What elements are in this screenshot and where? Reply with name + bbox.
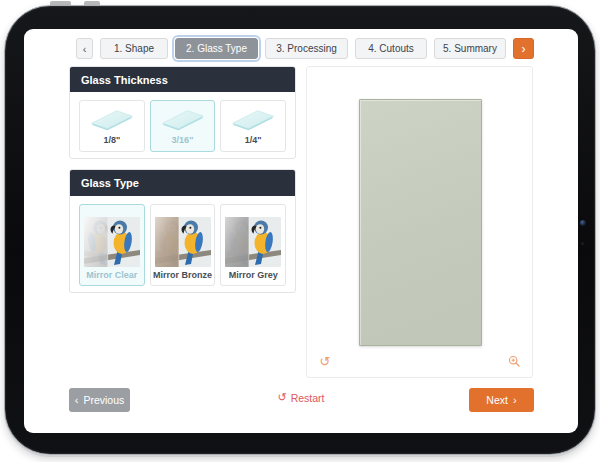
glass-thickness-panel: Glass Thickness 1/8" bbox=[69, 66, 296, 159]
next-button[interactable]: Next › bbox=[469, 388, 534, 412]
glass-thickness-options: 1/8" 3/16" 1/4" bbox=[70, 92, 295, 160]
tablet-frame: ‹ 1. Shape 2. Glass Type 3. Processing 4… bbox=[4, 5, 596, 455]
type-label: Mirror Clear bbox=[86, 267, 137, 285]
mirror-grey-sample-image bbox=[225, 217, 281, 267]
step-back-button[interactable]: ‹ bbox=[76, 38, 93, 59]
glass-pane-icon bbox=[225, 106, 281, 131]
chevron-right-icon: › bbox=[513, 394, 517, 406]
next-button-label: Next bbox=[486, 394, 508, 406]
thickness-option-1-8[interactable]: 1/8" bbox=[79, 100, 145, 152]
thickness-option-1-4[interactable]: 1/4" bbox=[220, 100, 286, 152]
previous-button-label: Previous bbox=[83, 394, 124, 406]
chevron-left-icon: ‹ bbox=[75, 394, 79, 406]
tablet-sensor bbox=[581, 242, 584, 245]
tablet-camera bbox=[580, 220, 586, 226]
restart-label: Restart bbox=[291, 392, 325, 404]
glass-preview bbox=[359, 99, 482, 346]
thickness-option-3-16[interactable]: 3/16" bbox=[150, 100, 216, 152]
type-option-mirror-clear[interactable]: Mirror Clear bbox=[79, 204, 145, 286]
tab-processing[interactable]: 3. Processing bbox=[265, 38, 348, 59]
previous-button[interactable]: ‹ Previous bbox=[69, 388, 130, 412]
thickness-label: 3/16" bbox=[172, 131, 194, 151]
glass-preview-panel: ↺ bbox=[306, 66, 533, 378]
glass-type-title: Glass Type bbox=[70, 170, 295, 196]
restart-button[interactable]: ↺ Restart bbox=[277, 391, 324, 404]
mirror-bronze-sample-image bbox=[155, 217, 211, 267]
restart-icon: ↺ bbox=[277, 391, 286, 404]
thickness-label: 1/8" bbox=[103, 131, 120, 151]
type-label: Mirror Bronze bbox=[153, 267, 212, 285]
glass-pane-icon bbox=[84, 106, 140, 131]
mirror-clear-sample-image bbox=[84, 217, 140, 267]
page: ‹ 1. Shape 2. Glass Type 3. Processing 4… bbox=[0, 0, 600, 462]
glass-type-panel: Glass Type bbox=[69, 169, 296, 293]
preview-reset-icon[interactable]: ↺ bbox=[317, 353, 333, 369]
tab-shape[interactable]: 1. Shape bbox=[100, 38, 168, 59]
type-option-mirror-bronze[interactable]: Mirror Bronze bbox=[150, 204, 216, 286]
step-forward-button[interactable]: › bbox=[513, 38, 534, 59]
app-screen: ‹ 1. Shape 2. Glass Type 3. Processing 4… bbox=[24, 29, 578, 433]
type-option-mirror-grey[interactable]: Mirror Grey bbox=[220, 204, 286, 286]
glass-type-options: Mirror Clear bbox=[70, 196, 295, 294]
tab-summary[interactable]: 5. Summary bbox=[434, 38, 506, 59]
zoom-in-icon[interactable] bbox=[506, 353, 522, 369]
glass-pane-icon bbox=[155, 106, 211, 131]
tab-cutouts[interactable]: 4. Cutouts bbox=[355, 38, 427, 59]
glass-thickness-title: Glass Thickness bbox=[70, 67, 295, 92]
thickness-label: 1/4" bbox=[245, 131, 262, 151]
step-navigation: ‹ 1. Shape 2. Glass Type 3. Processing 4… bbox=[76, 38, 534, 59]
tab-glass-type[interactable]: 2. Glass Type bbox=[175, 38, 258, 59]
type-label: Mirror Grey bbox=[229, 267, 278, 285]
